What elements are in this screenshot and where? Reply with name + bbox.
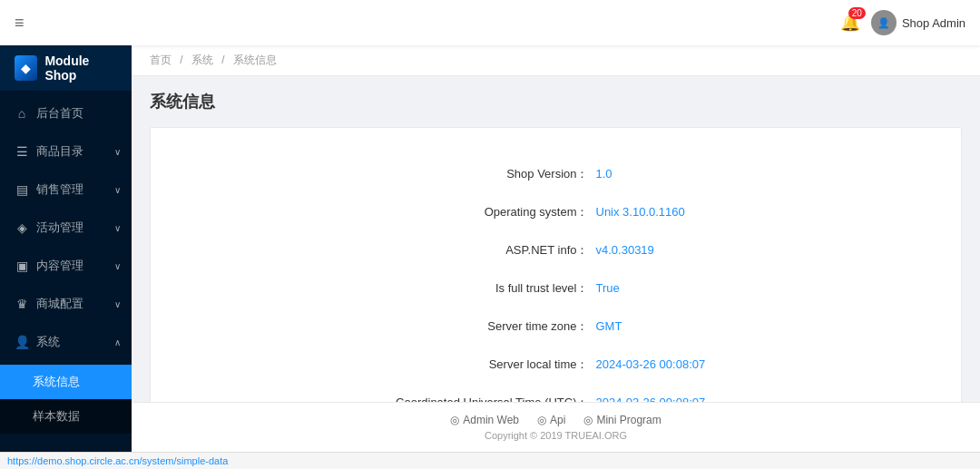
sidebar-item-system[interactable]: 👤 系统 <box>0 323 132 361</box>
breadcrumb-home[interactable]: 首页 <box>150 54 172 66</box>
info-row-5: Server local time： 2024-03-26 00:08:07 <box>169 346 943 384</box>
avatar-icon: 👤 <box>877 17 890 29</box>
sidebar-item-label: 商品目录 <box>36 143 83 160</box>
footer-link-label: Mini Program <box>596 414 661 426</box>
info-value-0: 1.0 <box>596 167 778 181</box>
user-name: Shop Admin <box>902 16 965 30</box>
sidebar-item-activities[interactable]: ◈ 活动管理 <box>0 209 132 247</box>
miniprogram-icon: ◎ <box>583 414 593 426</box>
store-icon: ♛ <box>15 297 29 311</box>
products-icon: ☰ <box>15 144 29 159</box>
info-row-6: Coordinated Universal Time (UTC)： 2024-0… <box>169 384 943 402</box>
sidebar-item-store[interactable]: ♛ 商城配置 <box>0 285 132 323</box>
sidebar-item-label: 活动管理 <box>36 220 83 236</box>
footer-links: ◎ Admin Web ◎ Api ◎ Mini Program <box>142 414 969 426</box>
footer-link-miniprogram[interactable]: ◎ Mini Program <box>583 414 661 426</box>
api-icon: ◎ <box>537 414 546 426</box>
app-header: ≡ 🔔 20 👤 Shop Admin <box>0 0 980 45</box>
footer-copyright: Copyright © 2019 TRUEAI.ORG <box>142 430 969 441</box>
breadcrumb-system[interactable]: 系统 <box>191 54 213 66</box>
github-icon: ◎ <box>450 414 459 426</box>
info-value-1: Unix 3.10.0.1160 <box>596 205 778 219</box>
logo-text: Module Shop <box>44 54 117 83</box>
breadcrumb: 首页 / 系统 / 系统信息 <box>132 45 980 76</box>
footer-link-api[interactable]: ◎ Api <box>537 414 565 426</box>
avatar: 👤 <box>871 10 897 35</box>
info-label-4: Server time zone： <box>335 318 589 335</box>
content-icon: ▣ <box>15 259 29 273</box>
content-area: 首页 / 系统 / 系统信息 系统信息 Shop Version： 1.0 Op… <box>132 45 980 452</box>
footer: ◎ Admin Web ◎ Api ◎ Mini Program Copyrig… <box>132 402 980 452</box>
sidebar-item-label: 后台首页 <box>36 105 83 122</box>
sidebar-item-label: 系统 <box>36 334 60 350</box>
hamburger-icon[interactable]: ≡ <box>15 14 24 33</box>
sidebar-item-sysinfo[interactable]: 系统信息 <box>0 365 132 399</box>
info-value-3: True <box>596 281 778 295</box>
info-label-3: Is full trust level： <box>335 280 589 297</box>
info-value-4: GMT <box>596 319 778 333</box>
info-card: Shop Version： 1.0 Operating system： Unix… <box>150 127 962 402</box>
header-left: ≡ <box>15 14 24 33</box>
home-icon: ⌂ <box>15 106 29 121</box>
notification-bell[interactable]: 🔔 20 <box>840 13 860 33</box>
sidebar-item-content[interactable]: ▣ 内容管理 <box>0 247 132 285</box>
sidebar: ◆ Module Shop ⌂ 后台首页 ☰ 商品目录 ▤ 销售管理 ◈ 活动管… <box>0 45 132 452</box>
system-icon: 👤 <box>15 335 29 349</box>
info-label-0: Shop Version： <box>335 166 589 182</box>
info-label-2: ASP.NET info： <box>335 242 589 259</box>
sidebar-item-sales[interactable]: ▤ 销售管理 <box>0 171 132 209</box>
sidebar-submenu-label: 系统信息 <box>33 375 80 388</box>
sidebar-logo: ◆ Module Shop <box>0 45 132 91</box>
header-right: 🔔 20 👤 Shop Admin <box>840 10 965 35</box>
info-label-6: Coordinated Universal Time (UTC)： <box>335 395 589 402</box>
info-row-0: Shop Version： 1.0 <box>169 155 943 193</box>
sidebar-menu: ⌂ 后台首页 ☰ 商品目录 ▤ 销售管理 ◈ 活动管理 ▣ 内容管理 ♛ 商城配… <box>0 91 132 365</box>
info-value-6: 2024-03-26 00:08:07 <box>596 396 778 402</box>
breadcrumb-sep2: / <box>221 54 228 66</box>
info-row-4: Server time zone： GMT <box>169 308 943 346</box>
sidebar-item-dashboard[interactable]: ⌂ 后台首页 <box>0 94 132 132</box>
activities-icon: ◈ <box>15 220 29 235</box>
info-value-2: v4.0.30319 <box>596 243 778 257</box>
footer-link-adminweb[interactable]: ◎ Admin Web <box>450 414 519 426</box>
footer-link-label: Api <box>550 414 565 426</box>
page-title: 系统信息 <box>150 91 962 112</box>
info-row-2: ASP.NET info： v4.0.30319 <box>169 231 943 269</box>
page-content: 系统信息 Shop Version： 1.0 Operating system：… <box>132 76 980 402</box>
info-label-1: Operating system： <box>335 204 589 220</box>
main-layout: ◆ Module Shop ⌂ 后台首页 ☰ 商品目录 ▤ 销售管理 ◈ 活动管… <box>0 45 980 452</box>
footer-link-label: Admin Web <box>463 414 519 426</box>
sidebar-submenu-label: 样本数据 <box>33 409 80 423</box>
notification-badge: 20 <box>848 7 866 19</box>
status-bar: https://demo.shop.circle.ac.cn/system/si… <box>0 452 980 469</box>
sidebar-item-label: 商城配置 <box>36 296 83 312</box>
breadcrumb-sep1: / <box>180 54 186 66</box>
sidebar-item-sampledata[interactable]: 样本数据 <box>0 399 132 434</box>
sidebar-item-label: 销售管理 <box>36 181 83 198</box>
logo-icon: ◆ <box>15 55 37 81</box>
info-label-5: Server local time： <box>335 357 589 373</box>
status-url: https://demo.shop.circle.ac.cn/system/si… <box>7 455 228 466</box>
breadcrumb-current: 系统信息 <box>233 54 277 66</box>
info-value-5: 2024-03-26 00:08:07 <box>596 357 778 371</box>
sidebar-item-products[interactable]: ☰ 商品目录 <box>0 132 132 171</box>
info-row-3: Is full trust level： True <box>169 269 943 308</box>
sidebar-submenu-system: 系统信息 样本数据 <box>0 365 132 434</box>
user-info[interactable]: 👤 Shop Admin <box>871 10 965 35</box>
sidebar-item-label: 内容管理 <box>36 258 83 274</box>
info-row-1: Operating system： Unix 3.10.0.1160 <box>169 193 943 231</box>
sales-icon: ▤ <box>15 182 29 197</box>
